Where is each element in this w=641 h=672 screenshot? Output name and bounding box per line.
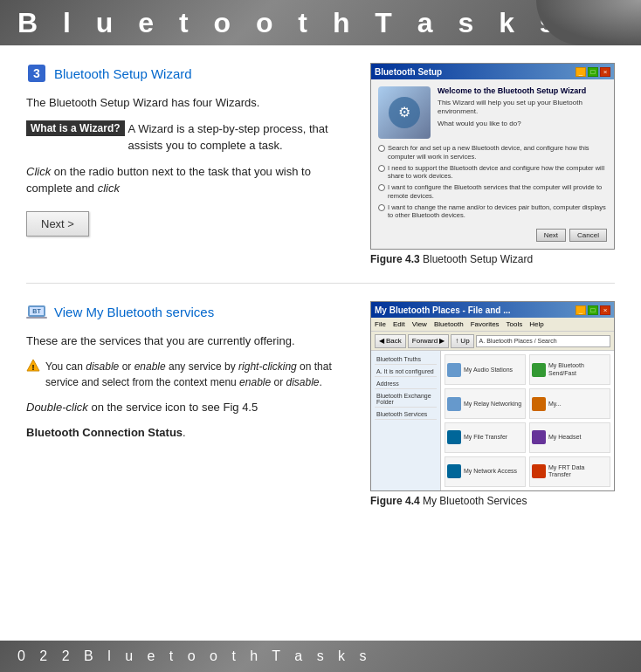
wizard-screenshot-container: Bluetooth Setup _ □ × ⚙ Welcome to the B… bbox=[370, 63, 615, 265]
address-bar: A. Bluetooth Places / Search bbox=[479, 338, 557, 344]
figure2-caption-text: My Bluetooth Services bbox=[420, 495, 527, 507]
wizard-body2: A Wizard is a step-by-step process, that… bbox=[128, 120, 353, 154]
sidebar-item-5: Bluetooth Services bbox=[375, 409, 437, 420]
service-label-5: My File Transfer bbox=[464, 434, 507, 441]
services-warning-row: ! You can disable or enable any service … bbox=[26, 359, 353, 390]
maximize-button[interactable]: □ bbox=[588, 67, 598, 77]
svg-rect-6 bbox=[26, 317, 47, 319]
services-header: BT View My Bluetooth services bbox=[26, 301, 353, 322]
toolbar-forward[interactable]: Forward ▶ bbox=[408, 334, 449, 348]
services-menu-bar: File Edit View Bluetooth Favorites Tools… bbox=[371, 318, 614, 332]
screenshot-body: ⚙ Welcome to the Bluetooth Setup Wizard … bbox=[371, 79, 614, 249]
ss-radio1-text: Search for and set up a new Bluetooth de… bbox=[388, 144, 607, 161]
section-left-wizard: 3 Bluetooth Setup Wizard The Bluetooth S… bbox=[26, 63, 353, 237]
ss-radio1[interactable] bbox=[378, 145, 385, 152]
service-item-5[interactable]: My File Transfer bbox=[445, 422, 526, 453]
services-body1: These are the services that you are curr… bbox=[26, 333, 353, 350]
wizard-highlight-row: What is a Wizard? A Wizard is a step-by-… bbox=[26, 120, 353, 154]
ss-radio-row4: I want to change the name and/or to devi… bbox=[378, 203, 607, 221]
menu-help[interactable]: Help bbox=[529, 320, 543, 328]
section-left-services: BT View My Bluetooth services These are … bbox=[26, 301, 353, 450]
service-label-6: My Headset bbox=[548, 434, 581, 441]
wizard-title: Bluetooth Setup Wizard bbox=[54, 66, 192, 81]
bluetooth-wizard-icon: 3 bbox=[26, 63, 47, 84]
services-minimize[interactable]: _ bbox=[576, 305, 586, 315]
service-label-3: My Relay Networking bbox=[464, 401, 521, 408]
wizard-screenshot: Bluetooth Setup _ □ × ⚙ Welcome to the B… bbox=[370, 63, 615, 250]
figure1-caption-text: Bluetooth Setup Wizard bbox=[420, 253, 533, 265]
service-item-3[interactable]: My Relay Networking bbox=[445, 388, 526, 419]
ss-radio4[interactable] bbox=[378, 204, 385, 211]
page-footer: 0 2 2 B l u e t o o t h T a s k s bbox=[0, 641, 641, 672]
sidebar-item-3: Address bbox=[375, 379, 437, 389]
right-clicking-italic: right-clicking bbox=[238, 360, 297, 373]
services-maximize[interactable]: □ bbox=[588, 305, 598, 315]
title-bar-buttons: _ □ × bbox=[576, 67, 610, 77]
ss-radio2[interactable] bbox=[378, 165, 385, 172]
menu-file[interactable]: File bbox=[375, 320, 386, 328]
ss-radio3-text: I want to configure the Bluetooth servic… bbox=[388, 183, 607, 201]
ss-next-button[interactable]: Next bbox=[536, 229, 566, 242]
page-title: B l u e t o o t h T a s k s bbox=[17, 7, 564, 39]
services-warning-text: You can disable or enable any service by… bbox=[45, 359, 353, 390]
services-main-grid: My Audio Stations My Bluetooth Send/Fast… bbox=[441, 351, 614, 490]
services-sidebar: Bluetooth Truths A. It is not configured… bbox=[371, 351, 441, 490]
footer-text: 0 2 2 B l u e t o o t h T a s k s bbox=[17, 648, 372, 664]
service-item-7[interactable]: My Network Access bbox=[445, 456, 526, 487]
service-item-8[interactable]: My FRT Data Transfer bbox=[529, 456, 610, 487]
services-screenshot: My Bluetooth Places - File and ... _ □ ×… bbox=[370, 301, 615, 491]
next-button[interactable]: Next > bbox=[26, 211, 89, 237]
menu-bluetooth[interactable]: Bluetooth bbox=[434, 320, 464, 328]
service-item-6[interactable]: My Headset bbox=[529, 422, 610, 453]
service-icon-2 bbox=[532, 363, 546, 377]
service-icon-7 bbox=[447, 464, 461, 478]
ss-radio-row2: I need to support the Bluetooth device a… bbox=[378, 164, 607, 182]
disable2-italic: disable bbox=[286, 376, 320, 388]
disable-italic: disable bbox=[86, 360, 119, 373]
wizard-highlight-box: What is a Wizard? bbox=[26, 120, 125, 136]
wizard-body3-rest: on the radio button next to the task tha… bbox=[26, 165, 311, 195]
services-close[interactable]: × bbox=[600, 305, 610, 315]
menu-favorites[interactable]: Favorites bbox=[471, 320, 500, 328]
menu-tools[interactable]: Tools bbox=[507, 320, 523, 328]
ss-radio4-text: I want to change the name and/or to devi… bbox=[388, 203, 607, 221]
close-button[interactable]: × bbox=[600, 67, 610, 77]
figure2-caption-bold: Figure 4.4 bbox=[370, 495, 420, 507]
services-body3: Bluetooth Connection Status. bbox=[26, 424, 353, 442]
service-icon-1 bbox=[447, 363, 461, 377]
warning-icon: ! bbox=[26, 359, 40, 373]
screenshot-title-bar: Bluetooth Setup _ □ × bbox=[371, 64, 614, 79]
service-label-2: My Bluetooth Send/Fast bbox=[548, 362, 608, 377]
service-icon-4 bbox=[532, 397, 546, 411]
service-item-4[interactable]: My... bbox=[529, 388, 610, 419]
section-setup-wizard: 3 Bluetooth Setup Wizard The Bluetooth S… bbox=[26, 63, 615, 284]
services-title-text: My Bluetooth Places - File and ... bbox=[375, 305, 511, 315]
ss-radio3[interactable] bbox=[378, 184, 385, 191]
svg-text:!: ! bbox=[32, 363, 35, 372]
ss-radio-row3: I want to configure the Bluetooth servic… bbox=[378, 183, 607, 201]
ss-radio-row1: Search for and set up a new Bluetooth de… bbox=[378, 144, 607, 161]
minimize-button[interactable]: _ bbox=[576, 67, 586, 77]
service-label-7: My Network Access bbox=[464, 468, 517, 475]
menu-view[interactable]: View bbox=[412, 320, 427, 328]
enable2-italic: enable bbox=[239, 376, 271, 388]
services-title-buttons: _ □ × bbox=[576, 305, 610, 315]
menu-edit[interactable]: Edit bbox=[393, 320, 405, 328]
connection-status-bold: Bluetooth Connection Status bbox=[26, 426, 183, 439]
ss-cancel-button[interactable]: Cancel bbox=[569, 229, 607, 242]
services-screenshot-container: My Bluetooth Places - File and ... _ □ ×… bbox=[370, 301, 615, 507]
service-label-4: My... bbox=[548, 401, 562, 408]
service-icon-6 bbox=[532, 430, 546, 444]
wizard-header: 3 Bluetooth Setup Wizard bbox=[26, 63, 353, 84]
service-item-1[interactable]: My Audio Stations bbox=[445, 354, 526, 385]
service-icon-8 bbox=[532, 464, 546, 478]
service-item-2[interactable]: My Bluetooth Send/Fast bbox=[529, 354, 610, 385]
toolbar-back[interactable]: ◀ Back bbox=[375, 334, 406, 348]
service-icon-5 bbox=[447, 430, 461, 444]
toolbar-up[interactable]: ↑ Up bbox=[451, 334, 473, 348]
bluetooth-services-icon: BT bbox=[26, 301, 47, 322]
wizard-body1: The Bluetooth Setup Wizard has four Wiza… bbox=[26, 94, 353, 112]
screenshot-title-text: Bluetooth Setup bbox=[375, 67, 442, 77]
wizard-click-italic: Click bbox=[26, 165, 51, 178]
services-title-bar: My Bluetooth Places - File and ... _ □ × bbox=[371, 302, 614, 318]
